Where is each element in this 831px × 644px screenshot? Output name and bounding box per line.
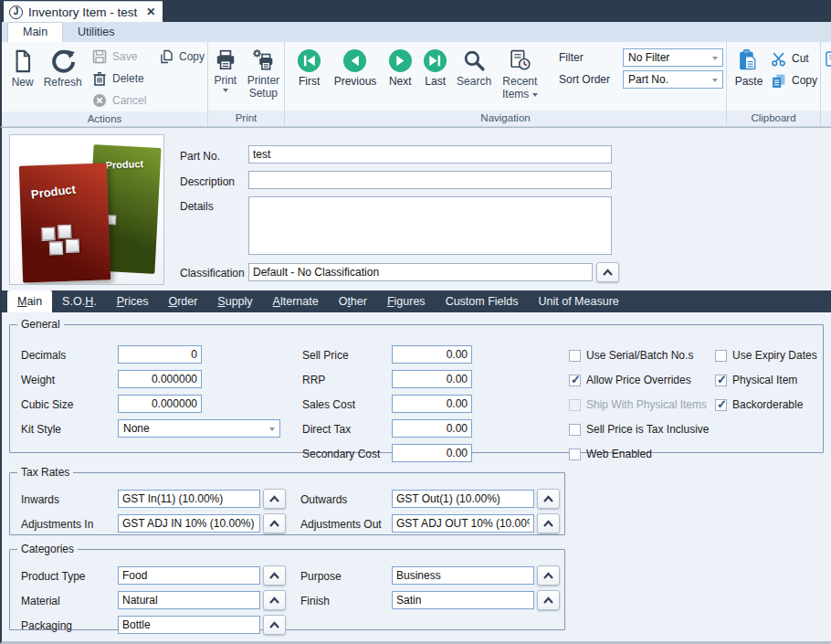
adjustments-out-label: Adjustments Out (300, 518, 382, 531)
search-button[interactable]: Search (454, 46, 493, 88)
sales-cost-input[interactable] (392, 395, 472, 413)
secondary-cost-input[interactable] (392, 444, 472, 462)
recent-items-icon (508, 48, 532, 73)
classification-label: Classification (180, 267, 245, 280)
purpose-lookup-button[interactable] (537, 565, 560, 586)
tab-alternate[interactable]: Alternate (263, 290, 329, 312)
product-image[interactable]: Product Product (9, 134, 164, 285)
checkbox-use-expiry-dates[interactable]: Use Expiry Dates (715, 345, 817, 365)
group-caption-print: Print (208, 111, 284, 126)
tab-unit-of-measure[interactable]: Unit of Measure (529, 290, 629, 312)
sort-order-dropdown-icon (712, 79, 718, 82)
print-button[interactable]: Print (211, 46, 240, 92)
general-groupbox: General Decimals Weight Cubic Size Kit S… (9, 318, 824, 453)
kit-style-dropdown-icon (269, 428, 275, 431)
kit-style-select[interactable]: None (118, 419, 280, 438)
finish-lookup-button[interactable] (537, 590, 560, 610)
ribbon-tab-main[interactable]: Main (7, 22, 63, 42)
close-icon[interactable]: ✕ (146, 5, 155, 18)
printer-icon (214, 48, 237, 72)
inwards-label: Inwards (21, 493, 59, 506)
next-button[interactable]: Next (384, 46, 416, 88)
general-caption: General (17, 318, 64, 331)
previous-button[interactable]: Previous (330, 46, 380, 88)
cancel-button[interactable]: Cancel (90, 90, 157, 111)
delete-button[interactable]: Delete (90, 68, 157, 90)
checkbox-sell-price-tax-inclusive[interactable]: Sell Price is Tax Inclusive (569, 419, 710, 439)
description-input[interactable] (248, 171, 612, 189)
copy-blue-icon (771, 73, 786, 89)
tab-custom-fields[interactable]: Custom Fields (436, 290, 529, 312)
tab-supply[interactable]: Supply (207, 290, 262, 312)
tab-figures[interactable]: Figures (377, 290, 436, 312)
ribbon-group-actions: New Refresh Save (2, 42, 208, 126)
first-button[interactable]: First (292, 46, 326, 88)
first-record-icon (297, 48, 321, 73)
main-tab-content: General Decimals Weight Cubic Size Kit S… (0, 312, 831, 644)
new-document-icon (10, 48, 36, 74)
direct-tax-input[interactable] (392, 419, 472, 438)
checkbox-allow-price-overrides[interactable]: Allow Price Overrides (569, 370, 691, 390)
copy-item-button[interactable]: Copy (157, 46, 205, 68)
part-no-input[interactable] (248, 145, 612, 164)
printer-setup-button[interactable]: PrinterSetup (246, 46, 281, 100)
outwards-input[interactable] (392, 490, 534, 508)
sort-order-select[interactable]: Part No. (623, 70, 723, 89)
inwards-input[interactable] (118, 490, 260, 508)
ribbon-group-navigation: First Previous Next (285, 42, 727, 126)
adjustments-out-lookup-button[interactable] (537, 513, 560, 533)
packaging-lookup-button[interactable] (263, 615, 286, 635)
save-button[interactable]: Save (90, 46, 157, 68)
rrp-input[interactable] (392, 370, 472, 388)
description-label: Description (180, 175, 235, 188)
tab-other[interactable]: Other (329, 290, 377, 312)
inwards-lookup-button[interactable] (263, 489, 286, 509)
refresh-button[interactable]: Refresh (40, 46, 85, 89)
decimals-input[interactable] (118, 345, 202, 364)
recent-items-dropdown-icon (532, 93, 538, 97)
sales-cost-label: Sales Cost (302, 398, 355, 411)
product-type-label: Product Type (21, 570, 86, 583)
material-input[interactable] (118, 591, 260, 609)
cut-button[interactable]: Cut (769, 48, 817, 69)
purpose-input[interactable] (392, 566, 534, 585)
product-type-input[interactable] (118, 566, 260, 585)
classification-input[interactable] (248, 263, 593, 281)
details-input[interactable] (248, 196, 612, 255)
adjustments-in-lookup-button[interactable] (263, 513, 286, 533)
adjustments-out-input[interactable] (392, 514, 534, 533)
checkbox-backorderable[interactable]: Backorderable (715, 395, 803, 415)
adjustments-in-input[interactable] (118, 514, 260, 533)
tab-main[interactable]: Main (7, 290, 52, 312)
filter-select[interactable]: No Filter (623, 48, 723, 67)
decimals-label: Decimals (21, 349, 66, 362)
checkbox-web-enabled[interactable]: Web Enabled (569, 444, 652, 464)
outwards-lookup-button[interactable] (537, 489, 560, 509)
document-title: Inventory Item - test (28, 5, 137, 19)
sell-price-input[interactable] (392, 345, 472, 364)
packaging-input[interactable] (118, 616, 260, 634)
search-icon (462, 48, 487, 73)
recent-items-button[interactable]: RecentItems (498, 46, 542, 100)
checkbox-ship-with-physical-items[interactable]: Ship With Physical Items (569, 395, 707, 415)
copy-clipboard-button[interactable]: Copy (769, 69, 817, 91)
refresh-icon (50, 48, 76, 74)
document-tab[interactable]: J Inventory Item - test ✕ (4, 1, 163, 22)
material-lookup-button[interactable] (263, 590, 286, 610)
cubic-size-input[interactable] (118, 395, 202, 413)
ribbon-tab-utilities[interactable]: Utilities (63, 23, 129, 42)
print-dropdown-icon (223, 89, 228, 92)
product-type-lookup-button[interactable] (263, 565, 286, 586)
weight-input[interactable] (118, 370, 202, 388)
tab-order[interactable]: Order (158, 290, 207, 312)
tab-soh[interactable]: S.O.H. (52, 290, 107, 312)
ribbon-group-clipboard: Paste Cut Copy (727, 42, 821, 126)
tab-prices[interactable]: Prices (107, 290, 159, 312)
classification-lookup-button[interactable] (596, 262, 619, 282)
last-button[interactable]: Last (420, 46, 450, 88)
finish-input[interactable] (392, 591, 534, 609)
new-button[interactable]: New (5, 46, 40, 89)
paste-button[interactable]: Paste (732, 46, 765, 88)
checkbox-use-serial-batch[interactable]: Use Serial/Batch No.s (569, 345, 693, 365)
checkbox-physical-item[interactable]: Physical Item (715, 370, 797, 390)
